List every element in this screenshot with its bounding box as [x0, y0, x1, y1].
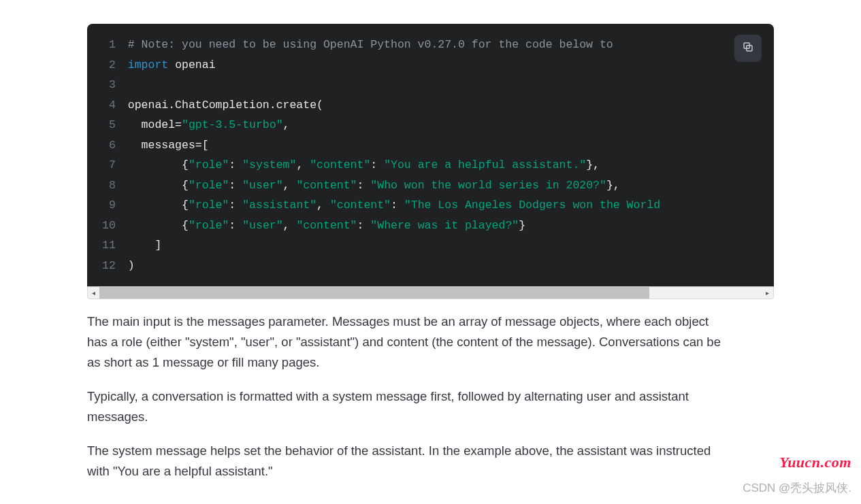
line-number: 11 — [102, 235, 116, 256]
code-line: {"role": "user", "content": "Who won the… — [128, 175, 774, 196]
horizontal-scrollbar[interactable]: ◂ ▸ — [87, 286, 774, 299]
copy-button[interactable] — [734, 35, 762, 62]
line-number: 10 — [102, 216, 116, 236]
line-number: 2 — [102, 55, 116, 75]
scroll-right-arrow[interactable]: ▸ — [762, 287, 773, 299]
line-number: 8 — [102, 175, 116, 196]
line-number: 1 — [102, 35, 116, 55]
line-number: 4 — [102, 95, 116, 116]
paragraph-1: The main input is the messages parameter… — [87, 312, 727, 373]
scrollbar-track[interactable] — [99, 287, 762, 299]
line-number: 6 — [102, 135, 116, 156]
page-container: 123456789101112 # Note: you need to be u… — [0, 0, 861, 504]
code-line: ) — [128, 256, 774, 276]
line-number: 7 — [102, 155, 116, 175]
code-line: messages=[ — [128, 135, 774, 156]
paragraph-3: The system message helps set the behavio… — [87, 441, 727, 482]
line-number: 3 — [102, 75, 116, 95]
code-area[interactable]: # Note: you need to be using OpenAI Pyth… — [128, 35, 774, 275]
code-lines: # Note: you need to be using OpenAI Pyth… — [128, 35, 774, 275]
watermark-csdn: CSDN @秃头披风侠. — [743, 480, 851, 496]
code-line: {"role": "user", "content": "Where was i… — [128, 216, 774, 236]
code-line: import openai — [128, 55, 774, 75]
line-number: 9 — [102, 195, 116, 216]
scrollbar-thumb[interactable] — [99, 287, 649, 299]
paragraph-2: Typically, a conversation is formatted w… — [87, 386, 727, 427]
line-number: 5 — [102, 115, 116, 135]
code-line: openai.ChatCompletion.create( — [128, 95, 774, 116]
copy-icon — [742, 41, 754, 56]
code-line: ] — [128, 235, 774, 256]
line-number-gutter: 123456789101112 — [87, 35, 128, 275]
code-line: {"role": "system", "content": "You are a… — [128, 155, 774, 175]
watermark-site: Yuucn.com — [779, 454, 851, 471]
code-line: # Note: you need to be using OpenAI Pyth… — [128, 35, 774, 55]
line-number: 12 — [102, 256, 116, 276]
code-line: model="gpt-3.5-turbo", — [128, 115, 774, 135]
code-line — [128, 75, 774, 95]
code-line: {"role": "assistant", "content": "The Lo… — [128, 195, 774, 216]
code-block: 123456789101112 # Note: you need to be u… — [87, 24, 774, 299]
scroll-left-arrow[interactable]: ◂ — [88, 287, 99, 299]
